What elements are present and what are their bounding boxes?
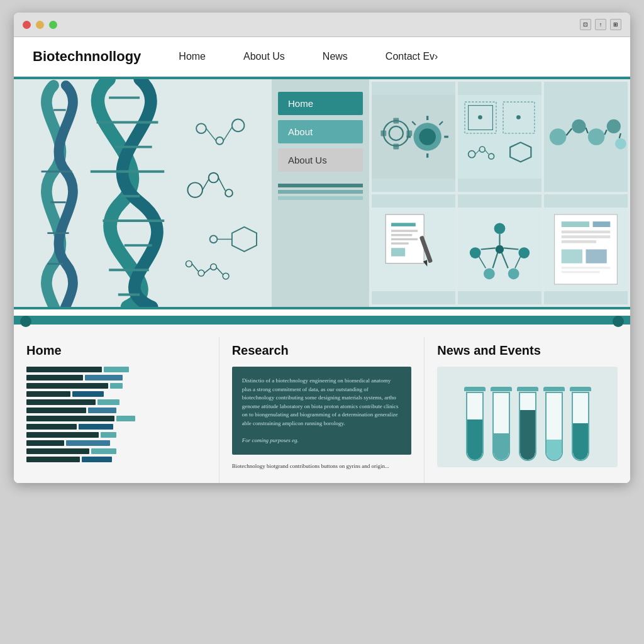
svg-rect-76 — [391, 230, 418, 231]
chart-row — [26, 416, 206, 421]
report-illustration — [544, 194, 628, 304]
test-tube — [572, 392, 589, 461]
chart-bar — [26, 432, 99, 438]
research-footer-label: For coming purposes eg. — [242, 437, 299, 443]
molecule-chain — [544, 82, 628, 192]
test-tube-wrapper — [543, 387, 565, 461]
chart-bar — [97, 399, 119, 405]
test-tube — [545, 392, 563, 461]
svg-rect-105 — [586, 250, 607, 264]
chart-bar — [26, 408, 86, 413]
nav-link-contact[interactable]: Contact Ev› — [386, 51, 438, 62]
svg-rect-101 — [562, 231, 611, 233]
chart-row — [26, 448, 206, 454]
hero-section: Home About About Us — [14, 77, 630, 309]
news-panel: News and Events — [425, 337, 630, 483]
chart-bar — [26, 457, 80, 462]
svg-point-88 — [508, 268, 519, 279]
svg-rect-40 — [393, 144, 399, 150]
hero-left-panel — [14, 79, 272, 307]
chart-bar — [101, 432, 116, 438]
hero-footer-bar — [14, 316, 630, 325]
hero-cell-document — [372, 194, 455, 304]
svg-point-44 — [419, 128, 436, 145]
home-panel: Home — [14, 337, 219, 483]
minimize-icon[interactable] — [36, 21, 44, 29]
svg-rect-51 — [458, 95, 541, 179]
gears-illustration — [372, 82, 455, 192]
svg-point-55 — [478, 115, 482, 119]
test-tube — [466, 392, 484, 461]
test-tube-cap — [491, 387, 512, 391]
nav-link-about[interactable]: About Us — [243, 51, 285, 62]
test-tube-fill — [494, 433, 509, 460]
chart-bar — [26, 424, 77, 430]
research-body: Distinctio of a biotechnology engineerin… — [232, 367, 412, 455]
browser-chrome: ⊡ ↑ ⊞ — [14, 13, 630, 37]
zoom-icon[interactable]: ⊡ — [580, 19, 591, 30]
test-tube-wrapper — [491, 387, 512, 461]
browser-controls: ⊡ ↑ ⊞ — [580, 19, 621, 30]
nav-item-news[interactable]: News — [323, 51, 348, 62]
svg-point-66 — [588, 128, 605, 145]
side-nav-home[interactable]: Home — [278, 92, 363, 115]
test-tube-fill — [547, 440, 562, 460]
hero-cell-grid — [458, 82, 541, 192]
nav-link-home[interactable]: Home — [179, 51, 206, 62]
close-icon[interactable] — [23, 21, 31, 29]
research-panel-title: Research — [232, 343, 412, 358]
chart-row — [26, 457, 206, 462]
chart-row — [26, 383, 206, 389]
test-tube — [519, 392, 536, 461]
chart-row — [26, 408, 206, 413]
nav-item-contact[interactable]: Contact Ev› — [386, 51, 438, 62]
svg-point-87 — [484, 268, 495, 279]
home-panel-title: Home — [26, 343, 206, 358]
test-tube-cap — [543, 387, 565, 391]
chart-row — [26, 391, 206, 397]
share-icon[interactable]: ↑ — [595, 19, 606, 30]
svg-point-64 — [550, 128, 567, 145]
svg-point-67 — [607, 119, 621, 133]
chart-row — [26, 399, 206, 405]
side-nav-about[interactable]: About — [278, 120, 363, 143]
test-tube — [492, 392, 510, 461]
maximize-icon[interactable] — [49, 21, 57, 29]
chart-bar — [26, 399, 96, 405]
chart-bar — [66, 440, 110, 446]
svg-rect-39 — [393, 118, 399, 124]
hero-cell-molecule — [544, 82, 628, 192]
svg-rect-100 — [593, 221, 611, 227]
test-tube-wrapper — [464, 387, 486, 461]
research-body-text: Distinctio of a biotechnology engineerin… — [242, 377, 399, 426]
chart-bar — [104, 367, 129, 372]
svg-rect-75 — [391, 223, 416, 226]
svg-rect-103 — [562, 240, 596, 243]
site-title: Biotechnnollogy — [33, 48, 141, 65]
test-tube-fill — [520, 410, 535, 460]
chart-bar — [110, 383, 123, 389]
chart-bar — [116, 416, 135, 421]
chart-row — [26, 424, 206, 430]
side-nav-about-us[interactable]: About Us — [278, 148, 363, 172]
test-tube-wrapper — [570, 387, 591, 461]
hero-cell-gears — [372, 82, 455, 192]
browser-window: ⊡ ↑ ⊞ Biotechnnollogy Home About Us News… — [14, 13, 630, 483]
svg-rect-107 — [562, 271, 600, 273]
tabs-icon[interactable]: ⊞ — [610, 19, 621, 30]
nav-link-news[interactable]: News — [323, 51, 348, 62]
chart-bar — [26, 416, 114, 421]
test-tube-cap — [464, 387, 486, 391]
footer-dot-left — [20, 316, 31, 327]
svg-rect-99 — [562, 221, 589, 227]
nav-item-home[interactable]: Home — [179, 51, 206, 62]
chart-bar — [26, 383, 108, 389]
hero-cell-report — [544, 194, 628, 304]
svg-rect-42 — [406, 131, 412, 136]
nav-item-about[interactable]: About Us — [243, 51, 285, 62]
svg-rect-41 — [380, 131, 386, 136]
network-illustration — [458, 194, 541, 304]
test-tube-cap — [570, 387, 591, 391]
dna-illustration — [14, 79, 272, 307]
chart-row — [26, 367, 206, 372]
